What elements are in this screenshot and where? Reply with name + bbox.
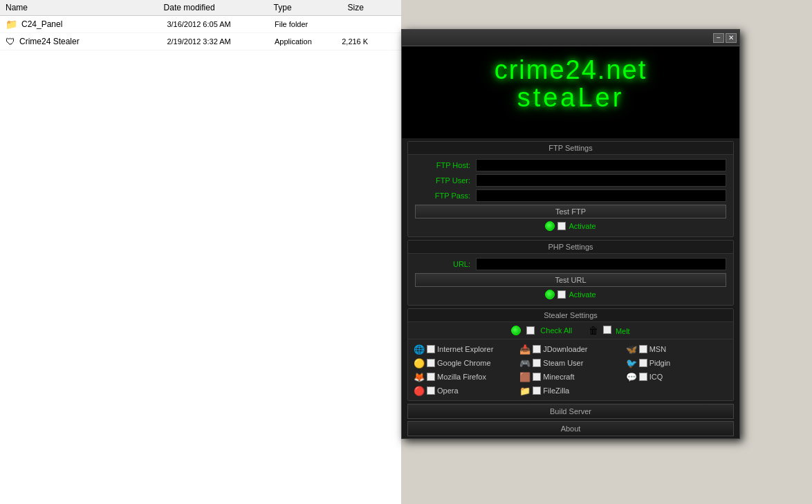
jdownloader-icon: 📥 — [519, 344, 530, 355]
ftp-pass-input[interactable] — [476, 189, 726, 202]
check-all-row: Check All 🗑 Melt — [408, 322, 733, 339]
ftp-host-input[interactable] — [476, 159, 726, 171]
chrome-icon: 🟡 — [414, 357, 425, 368]
trash-icon: 🗑 — [589, 325, 598, 336]
file-type: File folder — [275, 20, 342, 28]
msn-label: MSN — [649, 345, 666, 353]
firefox-label: Mozilla Firefox — [437, 373, 486, 381]
msn-checkbox[interactable] — [639, 345, 647, 353]
steam-label: Steam User — [543, 359, 583, 367]
jdownloader-label: JDownloader — [543, 345, 587, 353]
ftp-status-indicator — [545, 221, 555, 231]
file-explorer: Name Date modified Type Size 📁 C24_Panel… — [0, 0, 401, 504]
file-type: Application — [275, 37, 342, 46]
stealer-item-firefox: 🦊 Mozilla Firefox — [414, 371, 515, 382]
build-server-button[interactable]: Build Server — [407, 404, 734, 419]
ftp-host-label: FTP Host: — [415, 161, 470, 169]
ftp-user-label: FTP User: — [415, 176, 470, 185]
ftp-section-content: FTP Host: FTP User: FTP Pass: Test FTP A… — [408, 155, 733, 236]
ie-icon: 🌐 — [414, 344, 425, 355]
opera-label: Opera — [437, 386, 459, 395]
check-all-checkbox[interactable] — [526, 326, 535, 335]
php-section-content: URL: Test URL Activate — [408, 254, 733, 305]
pidgin-checkbox[interactable] — [639, 359, 647, 367]
ftp-activate-label: Activate — [569, 222, 596, 230]
check-all-indicator — [511, 326, 521, 335]
php-activate-label: Activate — [569, 290, 596, 299]
ftp-user-row: FTP User: — [415, 174, 726, 187]
logo-reflection: steaLer — [409, 98, 732, 109]
ie-checkbox[interactable] — [427, 345, 435, 353]
minimize-button[interactable]: − — [713, 33, 724, 43]
stealer-items-grid: 🌐 Internet Explorer 📥 JDownloader 🦋 MSN … — [408, 339, 733, 400]
ftp-section-title: FTP Settings — [408, 142, 733, 155]
ftp-pass-row: FTP Pass: — [415, 189, 726, 202]
firefox-icon: 🦊 — [414, 371, 425, 382]
ftp-settings-section: FTP Settings FTP Host: FTP User: FTP Pas… — [407, 141, 734, 237]
melt-label: Melt — [616, 327, 630, 335]
jdownloader-checkbox[interactable] — [533, 345, 541, 353]
stealer-item-jdownloader: 📥 JDownloader — [519, 344, 621, 355]
steam-icon: 🎮 — [519, 357, 530, 368]
stealer-settings-section: Stealer Settings Check All 🗑 Melt 🌐 Inte… — [407, 308, 734, 401]
stealer-item-msn: 🦋 MSN — [626, 344, 728, 355]
test-ftp-button[interactable]: Test FTP — [415, 205, 726, 218]
folder-icon: 📁 — [6, 19, 17, 30]
icq-icon: 💬 — [626, 371, 637, 382]
minecraft-icon: 🟫 — [519, 371, 530, 382]
stealer-item-opera: 🔴 Opera — [414, 385, 515, 396]
minecraft-label: Minecraft — [543, 373, 574, 381]
msn-icon: 🦋 — [626, 344, 637, 355]
logo-area: crime24.net steaLer steaLer — [402, 46, 739, 138]
explorer-column-headers: Name Date modified Type Size — [0, 0, 401, 16]
ftp-user-input[interactable] — [476, 174, 726, 187]
php-activate-checkbox[interactable] — [557, 290, 566, 299]
steam-checkbox[interactable] — [533, 359, 541, 367]
icq-checkbox[interactable] — [639, 373, 647, 381]
ftp-host-row: FTP Host: — [415, 159, 726, 171]
chrome-checkbox[interactable] — [427, 359, 435, 367]
file-name: 📁 C24_Panel — [6, 19, 167, 30]
ie-label: Internet Explorer — [437, 345, 493, 353]
php-status-indicator — [545, 290, 555, 299]
col-name: Name — [6, 3, 150, 12]
stealer-item-filezilla: 📁 FileZilla — [519, 385, 621, 396]
file-name: 🛡 Crime24 Stealer — [6, 36, 167, 47]
stealer-item-ie: 🌐 Internet Explorer — [414, 344, 515, 355]
about-button[interactable]: About — [407, 421, 734, 436]
filezilla-label: FileZilla — [543, 386, 569, 395]
stealer-item-steam: 🎮 Steam User — [519, 357, 621, 368]
stealer-item-chrome: 🟡 Google Chrome — [414, 357, 515, 368]
col-type: Type — [274, 3, 334, 12]
close-button[interactable]: ✕ — [726, 33, 737, 43]
ftp-pass-label: FTP Pass: — [415, 192, 470, 200]
opera-checkbox[interactable] — [427, 386, 435, 395]
file-date: 3/16/2012 6:05 AM — [167, 20, 275, 28]
stealer-item-pidgin: 🐦 Pidgin — [626, 357, 728, 368]
minecraft-checkbox[interactable] — [533, 373, 541, 381]
ftp-activate-row: Activate — [415, 221, 726, 231]
filezilla-icon: 📁 — [519, 385, 530, 396]
table-row[interactable]: 🛡 Crime24 Stealer 2/19/2012 3:32 AM Appl… — [0, 33, 401, 50]
file-date: 2/19/2012 3:32 AM — [167, 37, 275, 46]
url-input[interactable] — [476, 258, 726, 270]
url-row: URL: — [415, 258, 726, 270]
stealer-item-icq: 💬 ICQ — [626, 371, 728, 382]
app-icon: 🛡 — [6, 36, 15, 47]
url-label: URL: — [415, 260, 470, 268]
pidgin-icon: 🐦 — [626, 357, 637, 368]
col-size: Size — [347, 3, 396, 12]
php-activate-row: Activate — [415, 290, 726, 299]
stealer-section-title: Stealer Settings — [408, 309, 733, 322]
php-settings-section: PHP Settings URL: Test URL Activate — [407, 240, 734, 306]
test-url-button[interactable]: Test URL — [415, 273, 726, 287]
firefox-checkbox[interactable] — [427, 373, 435, 381]
melt-checkbox[interactable] — [603, 326, 611, 334]
opera-icon: 🔴 — [414, 385, 425, 396]
pidgin-label: Pidgin — [649, 359, 671, 367]
ftp-activate-checkbox[interactable] — [557, 222, 566, 230]
check-all-label: Check All — [540, 326, 572, 335]
filezilla-checkbox[interactable] — [533, 386, 541, 395]
chrome-label: Google Chrome — [437, 359, 491, 367]
table-row[interactable]: 📁 C24_Panel 3/16/2012 6:05 AM File folde… — [0, 16, 401, 33]
